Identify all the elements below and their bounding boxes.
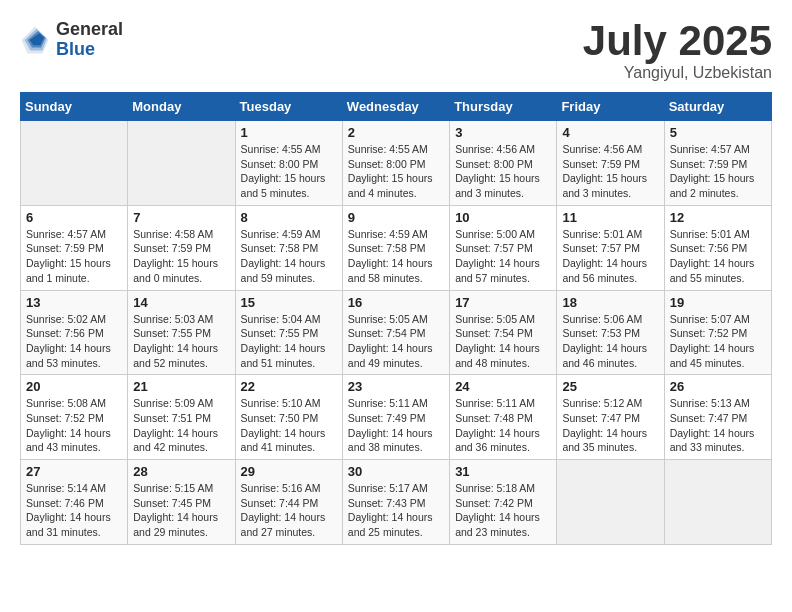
day-info: Sunrise: 5:12 AM Sunset: 7:47 PM Dayligh… [562,396,658,455]
day-number: 14 [133,295,229,310]
calendar-cell: 29Sunrise: 5:16 AM Sunset: 7:44 PM Dayli… [235,460,342,545]
day-number: 3 [455,125,551,140]
day-info: Sunrise: 4:59 AM Sunset: 7:58 PM Dayligh… [348,227,444,286]
day-number: 21 [133,379,229,394]
page-header: General Blue July 2025 Yangiyul, Uzbekis… [20,20,772,82]
calendar-cell: 24Sunrise: 5:11 AM Sunset: 7:48 PM Dayli… [450,375,557,460]
calendar-cell: 9Sunrise: 4:59 AM Sunset: 7:58 PM Daylig… [342,205,449,290]
day-number: 17 [455,295,551,310]
calendar-cell: 2Sunrise: 4:55 AM Sunset: 8:00 PM Daylig… [342,121,449,206]
calendar-cell: 10Sunrise: 5:00 AM Sunset: 7:57 PM Dayli… [450,205,557,290]
calendar-cell: 8Sunrise: 4:59 AM Sunset: 7:58 PM Daylig… [235,205,342,290]
day-info: Sunrise: 5:11 AM Sunset: 7:49 PM Dayligh… [348,396,444,455]
weekday-header-sunday: Sunday [21,93,128,121]
day-number: 19 [670,295,766,310]
logo-icon [20,25,50,55]
day-number: 2 [348,125,444,140]
calendar-cell: 4Sunrise: 4:56 AM Sunset: 7:59 PM Daylig… [557,121,664,206]
calendar-cell: 15Sunrise: 5:04 AM Sunset: 7:55 PM Dayli… [235,290,342,375]
day-number: 31 [455,464,551,479]
calendar-cell: 30Sunrise: 5:17 AM Sunset: 7:43 PM Dayli… [342,460,449,545]
day-number: 26 [670,379,766,394]
weekday-header-friday: Friday [557,93,664,121]
day-number: 11 [562,210,658,225]
weekday-header-saturday: Saturday [664,93,771,121]
weekday-header-thursday: Thursday [450,93,557,121]
calendar-cell [664,460,771,545]
weekday-header-wednesday: Wednesday [342,93,449,121]
day-info: Sunrise: 4:57 AM Sunset: 7:59 PM Dayligh… [670,142,766,201]
weekday-header-monday: Monday [128,93,235,121]
day-info: Sunrise: 5:01 AM Sunset: 7:57 PM Dayligh… [562,227,658,286]
day-info: Sunrise: 4:55 AM Sunset: 8:00 PM Dayligh… [348,142,444,201]
calendar-cell: 22Sunrise: 5:10 AM Sunset: 7:50 PM Dayli… [235,375,342,460]
day-info: Sunrise: 4:55 AM Sunset: 8:00 PM Dayligh… [241,142,337,201]
day-number: 25 [562,379,658,394]
day-number: 30 [348,464,444,479]
day-info: Sunrise: 5:17 AM Sunset: 7:43 PM Dayligh… [348,481,444,540]
day-number: 27 [26,464,122,479]
calendar-cell: 17Sunrise: 5:05 AM Sunset: 7:54 PM Dayli… [450,290,557,375]
calendar-cell: 25Sunrise: 5:12 AM Sunset: 7:47 PM Dayli… [557,375,664,460]
day-number: 23 [348,379,444,394]
calendar-cell [21,121,128,206]
calendar-cell [557,460,664,545]
day-info: Sunrise: 5:10 AM Sunset: 7:50 PM Dayligh… [241,396,337,455]
calendar-title: July 2025 [583,20,772,62]
day-number: 8 [241,210,337,225]
calendar-cell: 14Sunrise: 5:03 AM Sunset: 7:55 PM Dayli… [128,290,235,375]
day-number: 12 [670,210,766,225]
calendar-cell: 1Sunrise: 4:55 AM Sunset: 8:00 PM Daylig… [235,121,342,206]
day-number: 1 [241,125,337,140]
day-info: Sunrise: 5:15 AM Sunset: 7:45 PM Dayligh… [133,481,229,540]
calendar-cell: 13Sunrise: 5:02 AM Sunset: 7:56 PM Dayli… [21,290,128,375]
day-number: 28 [133,464,229,479]
day-info: Sunrise: 5:03 AM Sunset: 7:55 PM Dayligh… [133,312,229,371]
day-info: Sunrise: 5:05 AM Sunset: 7:54 PM Dayligh… [455,312,551,371]
day-number: 4 [562,125,658,140]
calendar-cell: 21Sunrise: 5:09 AM Sunset: 7:51 PM Dayli… [128,375,235,460]
calendar-cell: 3Sunrise: 4:56 AM Sunset: 8:00 PM Daylig… [450,121,557,206]
day-info: Sunrise: 5:16 AM Sunset: 7:44 PM Dayligh… [241,481,337,540]
day-number: 7 [133,210,229,225]
calendar-cell: 26Sunrise: 5:13 AM Sunset: 7:47 PM Dayli… [664,375,771,460]
calendar-location: Yangiyul, Uzbekistan [583,64,772,82]
day-number: 5 [670,125,766,140]
day-info: Sunrise: 4:56 AM Sunset: 7:59 PM Dayligh… [562,142,658,201]
day-info: Sunrise: 5:02 AM Sunset: 7:56 PM Dayligh… [26,312,122,371]
day-info: Sunrise: 5:06 AM Sunset: 7:53 PM Dayligh… [562,312,658,371]
day-info: Sunrise: 4:59 AM Sunset: 7:58 PM Dayligh… [241,227,337,286]
day-number: 10 [455,210,551,225]
day-info: Sunrise: 5:11 AM Sunset: 7:48 PM Dayligh… [455,396,551,455]
calendar-cell: 5Sunrise: 4:57 AM Sunset: 7:59 PM Daylig… [664,121,771,206]
title-block: July 2025 Yangiyul, Uzbekistan [583,20,772,82]
calendar-cell: 18Sunrise: 5:06 AM Sunset: 7:53 PM Dayli… [557,290,664,375]
calendar-cell: 20Sunrise: 5:08 AM Sunset: 7:52 PM Dayli… [21,375,128,460]
calendar-cell: 7Sunrise: 4:58 AM Sunset: 7:59 PM Daylig… [128,205,235,290]
calendar-cell: 23Sunrise: 5:11 AM Sunset: 7:49 PM Dayli… [342,375,449,460]
calendar-cell: 31Sunrise: 5:18 AM Sunset: 7:42 PM Dayli… [450,460,557,545]
calendar-cell: 19Sunrise: 5:07 AM Sunset: 7:52 PM Dayli… [664,290,771,375]
day-info: Sunrise: 5:14 AM Sunset: 7:46 PM Dayligh… [26,481,122,540]
week-row-4: 20Sunrise: 5:08 AM Sunset: 7:52 PM Dayli… [21,375,772,460]
calendar-table: SundayMondayTuesdayWednesdayThursdayFrid… [20,92,772,545]
day-number: 13 [26,295,122,310]
week-row-1: 1Sunrise: 4:55 AM Sunset: 8:00 PM Daylig… [21,121,772,206]
day-info: Sunrise: 5:00 AM Sunset: 7:57 PM Dayligh… [455,227,551,286]
calendar-cell: 28Sunrise: 5:15 AM Sunset: 7:45 PM Dayli… [128,460,235,545]
day-number: 24 [455,379,551,394]
day-info: Sunrise: 5:01 AM Sunset: 7:56 PM Dayligh… [670,227,766,286]
logo: General Blue [20,20,123,60]
calendar-cell [128,121,235,206]
logo-text: General Blue [56,20,123,60]
day-number: 18 [562,295,658,310]
logo-general: General [56,20,123,40]
day-number: 15 [241,295,337,310]
logo-blue-text: Blue [56,40,123,60]
day-number: 20 [26,379,122,394]
calendar-cell: 27Sunrise: 5:14 AM Sunset: 7:46 PM Dayli… [21,460,128,545]
day-info: Sunrise: 5:08 AM Sunset: 7:52 PM Dayligh… [26,396,122,455]
calendar-cell: 16Sunrise: 5:05 AM Sunset: 7:54 PM Dayli… [342,290,449,375]
day-info: Sunrise: 4:56 AM Sunset: 8:00 PM Dayligh… [455,142,551,201]
day-info: Sunrise: 5:05 AM Sunset: 7:54 PM Dayligh… [348,312,444,371]
